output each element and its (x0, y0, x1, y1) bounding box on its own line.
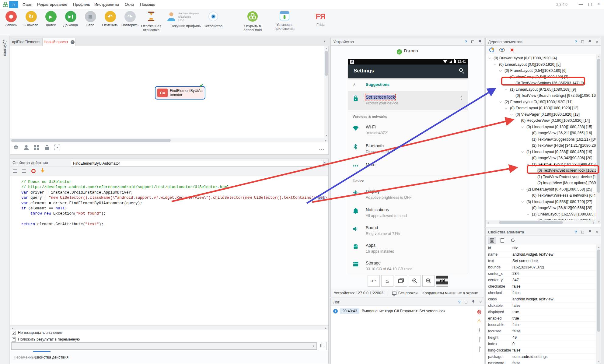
element-tree[interactable]: (0) DrawerLayout [0,0][1080,1920] [4](0)… (486, 54, 596, 220)
more-options-icon[interactable]: ⋯ (319, 146, 324, 152)
settings-list[interactable]: ∧SuggestionsSet screen lockProtect your … (348, 78, 468, 275)
code-line[interactable] (21, 217, 328, 222)
maximize-icon[interactable] (465, 301, 467, 303)
result-variable-dropdown[interactable]: ▼ (11, 342, 317, 350)
settings-item-apps[interactable]: Apps16 apps installed (348, 239, 468, 257)
prop-row[interactable]: long-clickablefalse (486, 347, 596, 354)
prop-row[interactable]: center_y347 (486, 277, 596, 283)
code-line[interactable]: var element = driver.FindElementByUiAuto… (21, 201, 328, 206)
tab-new-project[interactable]: Новый проект✕ (43, 38, 75, 46)
pin-icon[interactable] (588, 230, 592, 234)
prop-row[interactable]: index0 (486, 341, 596, 347)
tag-icon[interactable] (479, 337, 480, 342)
item-menu-icon[interactable]: ⋮ (459, 95, 464, 101)
record-icon[interactable] (510, 48, 514, 52)
code-line[interactable]: if (element == null) (21, 206, 328, 211)
tree-item[interactable]: (1) TextView:Suggestions [162,217][341,2… (486, 136, 596, 143)
undo-button[interactable]: ↶ Отменить (100, 11, 120, 27)
installed-apps-button[interactable]: Установл. приложения (270, 11, 299, 30)
prop-row[interactable]: checkedfalse (486, 290, 596, 296)
code-hscrollbar[interactable]: ◄ ► (10, 325, 328, 330)
settings-item-lock[interactable]: Set screen lockProtect your device⋮ (348, 91, 468, 110)
tree-item[interactable]: (0) ImageView [36,211][90,265] [16] (486, 130, 596, 136)
eye-icon[interactable] (499, 48, 505, 52)
tab-close-icon[interactable]: ✕ (71, 40, 75, 44)
settings-item-wifi[interactable]: Wi-Fi"mtaldb4872" (348, 121, 468, 140)
butterfly-button[interactable] (436, 275, 448, 287)
doc-icon[interactable] (498, 237, 506, 244)
list-edit-icon[interactable] (22, 169, 26, 173)
prop-row[interactable]: displayedtrue (486, 309, 596, 315)
tree-item[interactable]: (0) TextView:Wi-Fi [162,593][242,642] [3… (486, 217, 596, 220)
info-filter-icon[interactable]: i (479, 328, 480, 332)
menu-tools[interactable]: Инструменты (94, 2, 119, 7)
tree-item[interactable]: (0) LinearLayout [0,180][1080,288] [15] (486, 124, 596, 130)
close-icon[interactable]: × (323, 161, 326, 165)
menu-window[interactable]: Окно (125, 2, 134, 7)
close-icon[interactable]: × (479, 300, 482, 304)
log-header[interactable]: Лог ? × (331, 298, 484, 306)
log-entry[interactable]: i 20:40:43 Выполнение кода C# Результат:… (333, 308, 445, 314)
tree-item[interactable]: (0) ImageView [36,342][90,396] [20] (486, 155, 596, 161)
help-icon[interactable]: ? (458, 300, 460, 304)
tree-item[interactable]: (1) LinearLayout [972,65][1080,169] [9] (486, 86, 596, 93)
restart-button[interactable]: ↻ С начала (21, 11, 41, 27)
redo-button[interactable]: ↷ Повторить (120, 11, 140, 27)
device-header[interactable]: Устройство ? (331, 38, 484, 46)
refresh-icon[interactable] (509, 237, 517, 244)
tree-vscrollbar[interactable]: ▲ ▼ (596, 54, 601, 224)
settings-item-sound[interactable]: SoundRing volume at 71% (348, 222, 468, 239)
minimize-icon[interactable]: — (577, 2, 585, 6)
device-screen[interactable]: A 12:41 Settings ∧SuggestionsSet screen … (348, 59, 468, 274)
search-icon[interactable] (459, 68, 463, 72)
tree-item[interactable]: (3) LinearLayout [0,558][1080,720] [27] (486, 199, 596, 205)
tab-overflow-icon[interactable]: ▼ (323, 40, 326, 43)
tree-header[interactable]: Дерево элементов ? × (486, 38, 601, 46)
maximize-icon[interactable] (471, 40, 474, 43)
tab-variables[interactable]: Переменные (14, 355, 37, 359)
prop-row[interactable]: textSet screen lock (486, 258, 596, 264)
fit-view-icon[interactable] (54, 145, 61, 151)
stop-button[interactable]: Стоп (81, 11, 100, 27)
prop-row[interactable]: height49 (486, 334, 596, 341)
pin-icon[interactable] (472, 300, 475, 304)
errors-filter-icon[interactable]: ✕ (477, 310, 481, 314)
refresh-icon[interactable] (489, 47, 494, 52)
maximize-icon[interactable]: ▢ (586, 2, 594, 6)
current-profile-button[interactable]: Andrew Haynes5/12/1983USA Текущий профил… (163, 11, 209, 28)
canvas-vscrollbar[interactable]: ▲ ▼ (324, 46, 328, 138)
menu-file[interactable]: Файл (23, 2, 32, 7)
prop-row[interactable]: bounds[162,323][407,372] (486, 264, 596, 271)
code-line[interactable]: return element.GetAttribute("text"); (21, 222, 328, 227)
tree-item[interactable]: (0) ImageView [36,612][90,666] [28] (486, 205, 596, 211)
lock-icon[interactable] (44, 145, 50, 151)
recents-button[interactable] (395, 275, 407, 287)
tree-hscrollbar[interactable]: ◄ ► (486, 220, 596, 224)
help-icon[interactable]: ? (574, 40, 577, 44)
help-icon[interactable]: ? (465, 40, 467, 44)
maximize-icon[interactable] (581, 40, 584, 43)
profile-person-icon[interactable] (23, 145, 30, 151)
close-icon[interactable]: × (596, 40, 598, 44)
no-return-checkbox[interactable]: ✓ Не возвращать значение (12, 331, 62, 335)
tree-item[interactable]: (0) TextView:Wireless & networks [0,450]… (486, 192, 596, 199)
element-properties-header[interactable]: Свойства элемента ? × (486, 228, 601, 236)
pin-icon[interactable] (478, 40, 482, 44)
down-arrow-icon[interactable] (40, 168, 45, 174)
code-line[interactable]: var driver = instance.DroidInstance.Appi… (21, 190, 328, 195)
prop-row[interactable]: checkablefalse (486, 283, 596, 290)
tree-item[interactable]: (0) ViewGroup [0,54][1080,180] [7] (486, 74, 596, 80)
doc-lines-icon[interactable] (488, 237, 496, 244)
prop-row[interactable]: center_x284 (486, 271, 596, 277)
prop-row[interactable]: nameandroid.widget.TextView (486, 251, 596, 258)
maximize-icon[interactable] (581, 231, 584, 233)
canvas-hscrollbar[interactable]: ► (10, 138, 328, 142)
frida-button[interactable]: FЯ Frida (311, 11, 330, 27)
close-icon[interactable]: × (594, 2, 603, 6)
pin-icon[interactable] (588, 40, 592, 44)
element-properties-table[interactable]: idtitlenameandroid.widget.TextViewtextSe… (486, 245, 596, 364)
tree-item[interactable]: (1) LinearLayout [162,593][1080,685] [29… (486, 211, 596, 218)
settings-item-notifications[interactable]: NotificationsAll apps allowed to send (348, 204, 468, 222)
home-button[interactable]: ⌂ (9, 1, 18, 8)
grid-icon[interactable] (34, 145, 40, 151)
